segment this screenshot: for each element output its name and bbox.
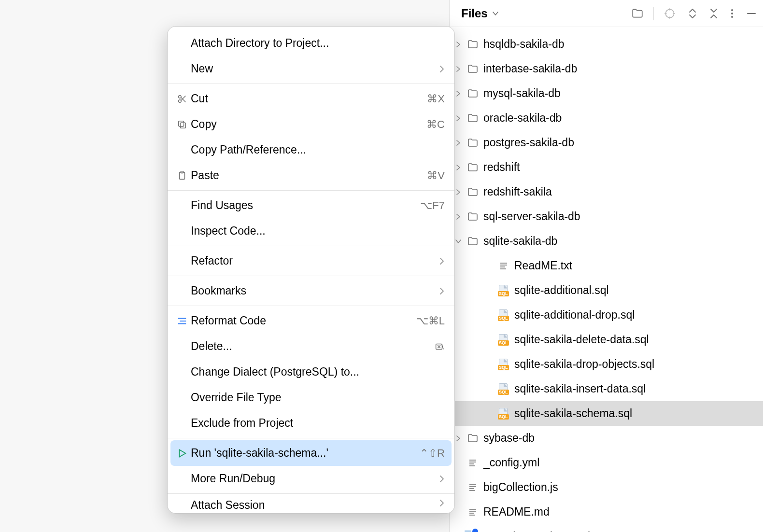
chevron-right-icon xyxy=(439,287,445,295)
menu-separator xyxy=(168,190,454,191)
menu-item-label: Copy xyxy=(191,118,426,131)
menu-item-new[interactable]: New xyxy=(168,56,454,82)
menu-item-reformat-code[interactable]: Reformat Code⌥⌘L xyxy=(168,308,454,334)
file-sqlite-additional.sql[interactable]: SQLsqlite-additional.sql xyxy=(450,278,763,303)
menu-shortcut: ⌘C xyxy=(426,118,445,131)
tree-item-label: bigCollection.js xyxy=(483,481,558,494)
file-icon xyxy=(465,137,480,149)
menu-item-override-file-type[interactable]: Override File Type xyxy=(168,385,454,410)
scratches-and-consoles[interactable]: Scratches and Consoles xyxy=(450,524,763,532)
menu-item-label: Refactor xyxy=(191,254,439,267)
menu-item-label: Attach Session xyxy=(191,499,439,512)
menu-item-attach-directory-to-project[interactable]: Attach Directory to Project... xyxy=(168,30,454,56)
menu-item-label: Find Usages xyxy=(191,199,420,212)
files-title[interactable]: Files xyxy=(461,7,488,20)
folder-postgres-sakila-db[interactable]: postgres-sakila-db xyxy=(450,130,763,155)
menu-item-copy[interactable]: Copy⌘C xyxy=(168,112,454,137)
menu-shortcut: ⌘V xyxy=(427,169,445,182)
file-icon xyxy=(465,112,480,124)
tree-item-label: redshift xyxy=(483,161,520,174)
folder-sybase-db[interactable]: sybase-db xyxy=(450,426,763,450)
tree-item-label: oracle-sakila-db xyxy=(483,112,562,125)
file-bigCollection.js[interactable]: bigCollection.js xyxy=(450,475,763,500)
file-icon: SQL xyxy=(496,383,511,395)
menu-item-label: Copy Path/Reference... xyxy=(191,143,445,156)
run-icon xyxy=(173,448,191,459)
file-sqlite-sakila-delete-data.sql[interactable]: SQLsqlite-sakila-delete-data.sql xyxy=(450,327,763,352)
file-ReadME.txt[interactable]: ReadME.txt xyxy=(450,253,763,278)
menu-item-label: Inspect Code... xyxy=(191,224,445,238)
tree-item-label: Scratches and Consoles xyxy=(481,530,602,532)
menu-separator xyxy=(168,246,454,246)
menu-item-label: New xyxy=(191,62,439,75)
menu-item-paste[interactable]: Paste⌘V xyxy=(168,163,454,188)
tree-item-label: sybase-db xyxy=(483,432,535,445)
menu-separator xyxy=(168,84,454,84)
tree-item-label: sqlite-additional.sql xyxy=(514,284,609,297)
menu-item-bookmarks[interactable]: Bookmarks xyxy=(168,278,454,304)
target-icon[interactable] xyxy=(664,7,676,20)
file-icon xyxy=(465,63,480,75)
folder-redshift-sakila[interactable]: redshift-sakila xyxy=(450,180,763,204)
file-sqlite-additional-drop.sql[interactable]: SQLsqlite-additional-drop.sql xyxy=(450,303,763,327)
folder-sql-server-sakila-db[interactable]: sql-server-sakila-db xyxy=(450,204,763,229)
chevron-right-icon xyxy=(439,65,445,73)
file-icon xyxy=(465,507,480,518)
menu-item-delete[interactable]: Delete... xyxy=(168,334,454,359)
collapse-all-icon[interactable] xyxy=(709,8,719,19)
minimize-icon[interactable] xyxy=(746,8,757,19)
tree-item-label: sqlite-sakila-delete-data.sql xyxy=(514,333,649,346)
menu-item-copy-path-reference[interactable]: Copy Path/Reference... xyxy=(168,137,454,163)
tree-item-label: redshift-sakila xyxy=(483,185,552,198)
menu-item-more-run-debug[interactable]: More Run/Debug xyxy=(168,466,454,491)
file-icon xyxy=(465,433,480,444)
tree-item-label: mysql-sakila-db xyxy=(483,87,561,100)
tree-item-label: README.md xyxy=(483,505,550,518)
folder-interbase-sakila-db[interactable]: interbase-sakila-db xyxy=(450,56,763,81)
menu-item-find-usages[interactable]: Find Usages⌥F7 xyxy=(168,193,454,218)
file-tree[interactable]: hsqldb-sakila-dbinterbase-sakila-dbmysql… xyxy=(450,27,763,532)
chevron-right-icon xyxy=(439,475,445,483)
menu-item-refactor[interactable]: Refactor xyxy=(168,248,454,274)
folder-mysql-sakila-db[interactable]: mysql-sakila-db xyxy=(450,81,763,106)
reformat-icon xyxy=(173,316,191,326)
chevron-down-icon[interactable] xyxy=(492,10,499,17)
file-sqlite-sakila-schema.sql[interactable]: SQLsqlite-sakila-schema.sql xyxy=(450,401,763,426)
menu-item-label: Run 'sqlite-sakila-schema...' xyxy=(191,447,420,460)
more-icon[interactable] xyxy=(730,8,734,19)
menu-separator xyxy=(168,493,454,494)
file-icon xyxy=(465,162,480,173)
menu-item-run-sqlite-sakila-schema[interactable]: Run 'sqlite-sakila-schema...'⌃⇧R xyxy=(170,440,452,466)
tree-item-label: sql-server-sakila-db xyxy=(483,210,580,223)
menu-item-label: Reformat Code xyxy=(191,314,416,327)
menu-item-inspect-code[interactable]: Inspect Code... xyxy=(168,218,454,244)
file-icon: SQL xyxy=(496,359,511,370)
menu-item-exclude-from-project[interactable]: Exclude from Project xyxy=(168,410,454,436)
menu-item-label: Paste xyxy=(191,169,427,182)
file-README.md[interactable]: README.md xyxy=(450,500,763,524)
menu-item-cut[interactable]: Cut⌘X xyxy=(168,86,454,112)
file-icon xyxy=(465,88,480,99)
file-sqlite-sakila-insert-data.sql[interactable]: SQLsqlite-sakila-insert-data.sql xyxy=(450,377,763,401)
folder-hsqldb-sakila-db[interactable]: hsqldb-sakila-db xyxy=(450,32,763,56)
svg-point-0 xyxy=(665,9,674,17)
header-toolbar xyxy=(631,7,757,20)
menu-item-change-dialect-postgresql-to[interactable]: Change Dialect (PostgreSQL) to... xyxy=(168,359,454,385)
file-icon xyxy=(465,186,480,198)
tree-item-label: sqlite-sakila-db xyxy=(483,235,557,248)
folder-oracle-sakila-db[interactable]: oracle-sakila-db xyxy=(450,106,763,130)
folder-icon[interactable] xyxy=(631,7,644,20)
file-sqlite-sakila-drop-objects.sql[interactable]: SQLsqlite-sakila-drop-objects.sql xyxy=(450,352,763,377)
file-icon xyxy=(496,261,511,271)
menu-shortcut: ⌥⌘L xyxy=(416,315,445,327)
folder-redshift[interactable]: redshift xyxy=(450,155,763,180)
file-_config.yml[interactable]: _config.yml xyxy=(450,450,763,475)
files-panel: Files hsqldb-saki xyxy=(449,0,763,532)
menu-separator xyxy=(168,306,454,306)
copy-icon xyxy=(173,119,191,130)
expand-all-icon[interactable] xyxy=(688,8,697,19)
folder-sqlite-sakila-db[interactable]: sqlite-sakila-db xyxy=(450,229,763,253)
divider xyxy=(653,7,654,20)
menu-separator xyxy=(168,438,454,438)
menu-item-attach-session[interactable]: Attach Session xyxy=(168,496,454,513)
